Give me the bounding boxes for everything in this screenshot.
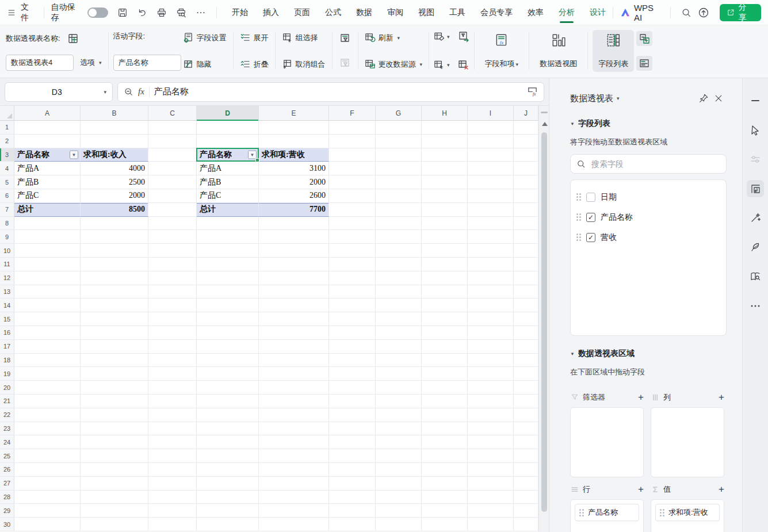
cell-F22[interactable] [329,408,376,422]
cell-C6[interactable] [148,189,197,203]
cell-H8[interactable] [422,217,468,231]
cell-F8[interactable] [329,217,376,231]
cell-F16[interactable] [329,326,376,340]
cell-D24[interactable] [197,435,259,449]
cell-C8[interactable] [148,217,197,231]
menu-tab-12[interactable]: 设计 [590,7,606,18]
area-field-pill[interactable]: 产品名称 [575,504,639,521]
cell-J28[interactable] [514,491,538,504]
cell-E26[interactable] [259,463,329,477]
field-item-1[interactable]: 日期 [576,187,720,207]
cell-D23[interactable] [197,422,259,436]
menu-tab-6[interactable]: 审阅 [387,7,403,18]
cell-A22[interactable] [14,408,81,422]
cell-H4[interactable] [422,162,468,175]
cell-B19[interactable] [81,367,148,381]
options-dropdown[interactable]: 选项▾ [78,56,104,69]
cell-E3[interactable]: 求和项:营收 [259,148,329,162]
cell-G18[interactable] [376,354,422,368]
cell-G28[interactable] [376,491,422,504]
move-pivot-icon[interactable] [458,31,469,43]
row-header-21[interactable]: 21 [0,395,14,408]
cell-C10[interactable] [148,244,197,258]
cell-J24[interactable] [514,435,538,449]
cell-G8[interactable] [376,217,422,231]
cell-E25[interactable] [259,449,329,463]
cell-J29[interactable] [514,504,538,518]
more-dots-icon[interactable] [747,297,764,315]
expand-button[interactable]: 展开 [238,31,270,44]
cell-G10[interactable] [376,244,422,258]
cell-F14[interactable] [329,298,376,312]
function-table-icon[interactable]: fx [527,86,538,97]
cell-B24[interactable] [81,435,148,449]
area-dropzone[interactable]: 产品名称 [570,499,644,532]
share-button[interactable]: 分享 [720,4,761,21]
column-header-I[interactable]: I [468,106,514,121]
zoom-formula-icon[interactable] [124,87,133,97]
cell-G11[interactable] [376,258,422,271]
cell-C11[interactable] [148,258,197,271]
cell-E7[interactable]: 7700 [259,203,329,217]
delete-pivot-icon[interactable] [458,59,469,71]
cell-B20[interactable] [81,381,148,395]
row-header-3[interactable]: 3 [0,148,14,162]
cell-I12[interactable] [468,271,514,285]
cell-J25[interactable] [514,449,538,463]
menu-tab-3[interactable]: 页面 [294,7,310,18]
cell-E2[interactable] [259,135,329,148]
cell-D11[interactable] [197,258,259,271]
cell-B1[interactable] [81,121,148,135]
row-header-16[interactable]: 16 [0,326,14,340]
cell-D29[interactable] [197,504,259,518]
menu-tab-8[interactable]: 工具 [449,7,465,18]
cell-E17[interactable] [259,340,329,354]
menu-tab-11[interactable]: 分析 [559,7,575,18]
cell-A2[interactable] [14,135,81,148]
cell-A4[interactable]: 产品A [14,162,81,175]
autosave-toggle[interactable] [87,7,108,18]
cell-B14[interactable] [81,298,148,312]
cell-C22[interactable] [148,408,197,422]
pivot-name-input[interactable] [6,55,74,71]
cell-H11[interactable] [422,258,468,271]
cell-E1[interactable] [259,121,329,135]
cell-D13[interactable] [197,285,259,299]
cell-G3[interactable] [376,148,422,162]
cell-I7[interactable] [468,203,514,217]
cell-A6[interactable]: 产品C [14,189,81,203]
cell-B30[interactable] [81,518,148,531]
cell-A13[interactable] [14,285,81,299]
cell-A5[interactable]: 产品B [14,175,81,189]
cell-F27[interactable] [329,477,376,491]
cell-E6[interactable]: 2600 [259,189,329,203]
change-data-source-button[interactable]: 更改数据源▾ [363,58,425,71]
area-dropzone[interactable] [651,407,724,477]
column-header-G[interactable]: G [376,106,422,121]
cell-F6[interactable] [329,189,376,203]
cell-E24[interactable] [259,435,329,449]
cell-A23[interactable] [14,422,81,436]
menu-tab-10[interactable]: 效率 [528,7,544,18]
cell-F25[interactable] [329,449,376,463]
cell-A27[interactable] [14,477,81,491]
cell-C25[interactable] [148,449,197,463]
cell-A16[interactable] [14,326,81,340]
field-item-2[interactable]: ✓产品名称 [576,207,720,227]
cell-E9[interactable] [259,230,329,244]
row-header-8[interactable]: 8 [0,217,14,231]
cell-A29[interactable] [14,504,81,518]
row-header-13[interactable]: 13 [0,285,14,299]
row-header-18[interactable]: 18 [0,354,14,368]
cell-I30[interactable] [468,518,514,531]
cell-D21[interactable] [197,395,259,408]
menu-tab-5[interactable]: 数据 [356,7,372,18]
cell-G17[interactable] [376,340,422,354]
cell-E8[interactable] [259,217,329,231]
cell-H14[interactable] [422,298,468,312]
cell-G26[interactable] [376,463,422,477]
cell-D19[interactable] [197,367,259,381]
section-areas[interactable]: ▼ 数据透视表区域 [570,349,726,359]
cell-D26[interactable] [197,463,259,477]
cell-F7[interactable] [329,203,376,217]
